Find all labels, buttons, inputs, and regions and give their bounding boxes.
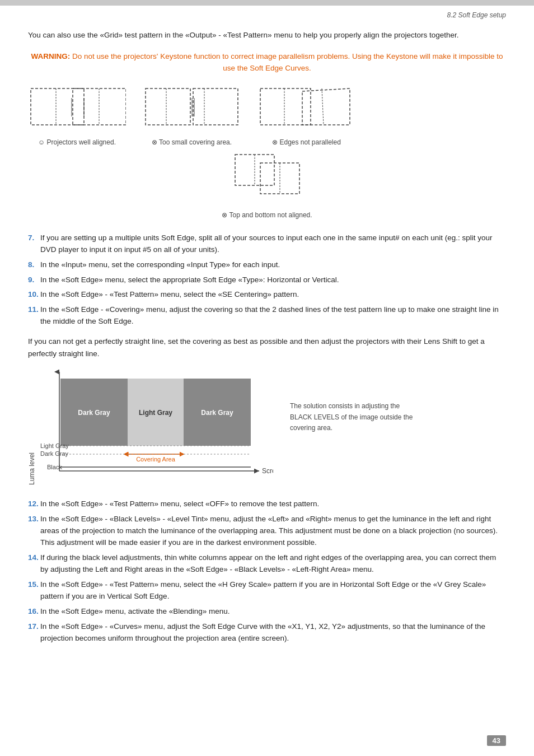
luma-chart-svg: Dark Gray Light Gray Dark Gray Covering … — [38, 367, 273, 485]
luma-desc: The solution consists in adjusting the B… — [290, 367, 419, 433]
step-7: 7. If you are setting up a multiple unit… — [28, 232, 506, 256]
svg-text:Dark Gray: Dark Gray — [40, 450, 69, 457]
step-text-15: In the «Soft Edge» - «Test Pattern» menu… — [40, 579, 506, 603]
diagram-label-4: ⊗ Top and bottom not aligned. — [222, 211, 312, 219]
diagram-label-2: ⊗ Too small covering area. — [152, 138, 232, 146]
step-num-17: 17. — [28, 621, 40, 645]
diagram-svg-2 — [143, 86, 241, 135]
steps-list-2: 12. In the «Soft Edge» - «Test Pattern» … — [28, 498, 506, 644]
page-number: 43 — [487, 735, 506, 746]
diagram-too-small: ⊗ Too small covering area. — [143, 86, 241, 146]
page-header: 8.2 Soft Edge setup — [28, 11, 506, 19]
svg-rect-6 — [146, 88, 190, 125]
svg-line-15 — [322, 88, 324, 125]
page: 8.2 Soft Edge setup You can also use the… — [0, 0, 534, 756]
step-text-11: In the «Soft Edge - «Covering» menu, adj… — [40, 304, 506, 328]
step-12: 12. In the «Soft Edge» - «Test Pattern» … — [28, 498, 506, 510]
step-text-13b: This adjustment will be made easier if y… — [28, 537, 506, 549]
svg-text:Light Gray: Light Gray — [139, 409, 172, 417]
svg-text:Dark Gray: Dark Gray — [78, 409, 110, 417]
step-17: 17. In the «Soft Edge» - «Curves» menu, … — [28, 621, 506, 645]
warning-text: Do not use the projectors' Keystone func… — [72, 52, 503, 73]
step-10: 10. In the «Soft Edge» - «Test Pattern» … — [28, 289, 506, 301]
step-text-16: In the «Soft Edge» menu, activate the «B… — [40, 606, 229, 618]
step-11: 11. In the «Soft Edge - «Covering» menu,… — [28, 304, 506, 328]
diagrams-row-2: ⊗ Top and bottom not aligned. — [28, 152, 506, 219]
luma-section: Luma level Dark Gray Light Gray Dark Gra… — [28, 367, 506, 485]
step-15: 15. In the «Soft Edge» - «Test Pattern» … — [28, 579, 506, 603]
step-num-10: 10. — [28, 289, 40, 301]
step-16: 16. In the «Soft Edge» menu, activate th… — [28, 606, 506, 618]
step-num-9: 9. — [28, 274, 40, 286]
diagrams-row-1: ☺ Projectors well aligned. ⊗ Too small c… — [28, 86, 506, 146]
diagram-svg-1 — [28, 86, 126, 135]
diagram-label-1: ☺ Projectors well aligned. — [38, 138, 116, 146]
diagram-svg-4 — [218, 152, 316, 208]
step-14: 14. If during the black level adjustment… — [28, 552, 506, 576]
step-text-12: In the «Soft Edge» - «Test Pattern» menu… — [40, 498, 319, 510]
svg-text:Screen: Screen — [262, 467, 273, 475]
diagram-not-aligned: ⊗ Top and bottom not aligned. — [218, 152, 316, 219]
diagram-not-paralleled: ⊗ Edges not paralleled — [257, 86, 355, 146]
svg-text:Black: Black — [47, 464, 62, 470]
step-text-13: In the «Soft Edge» - «Black Levels» - «L… — [40, 514, 506, 537]
step-text-7: If you are setting up a multiple units S… — [40, 232, 506, 256]
chart-desc-text: The solution consists in adjusting the B… — [290, 402, 413, 431]
svg-marker-14 — [302, 88, 350, 125]
warning-label: WARNING: — [31, 52, 71, 60]
step-num-7: 7. — [28, 232, 40, 256]
y-axis-label: Luma level — [28, 407, 36, 485]
step-text-9: In the «Soft Edge» menu, select the appr… — [40, 274, 339, 286]
step-8: 8. In the «Input» menu, set the correspo… — [28, 259, 506, 271]
top-bar — [0, 0, 534, 6]
step-text-8: In the «Input» menu, set the correspondi… — [40, 259, 280, 271]
para-text-1: If you can not get a perfectly straight … — [28, 335, 506, 360]
svg-text:Covering Area: Covering Area — [136, 456, 176, 463]
step-num-16: 16. — [28, 606, 40, 618]
step-text-10: In the «Soft Edge» - «Test Pattern» menu… — [40, 289, 299, 301]
luma-chart-wrapper: Luma level Dark Gray Light Gray Dark Gra… — [28, 367, 273, 485]
step-13: 13. In the «Soft Edge» - «Black Levels» … — [28, 514, 506, 549]
diagram-well-aligned: ☺ Projectors well aligned. — [28, 86, 126, 146]
svg-text:Light Gray: Light Gray — [40, 442, 69, 449]
step-text-14: If during the black level adjustments, t… — [40, 552, 506, 576]
diagram-svg-3 — [257, 86, 355, 135]
step-num-15: 15. — [28, 579, 40, 603]
step-num-11: 11. — [28, 304, 40, 328]
svg-rect-0 — [31, 88, 84, 125]
step-text-17: In the «Soft Edge» - «Curves» menu, adju… — [40, 621, 506, 645]
svg-rect-12 — [260, 88, 311, 125]
step-num-14: 14. — [28, 552, 40, 576]
steps-list-1: 7. If you are setting up a multiple unit… — [28, 232, 506, 328]
step-9: 9. In the «Soft Edge» menu, select the a… — [28, 274, 506, 286]
step-num-8: 8. — [28, 259, 40, 271]
svg-text:Dark Gray: Dark Gray — [201, 409, 233, 417]
warning-box: WARNING: Do not use the projectors' Keys… — [28, 50, 506, 74]
diagram-label-3: ⊗ Edges not paralleled — [272, 138, 341, 146]
intro-text: You can also use the «Grid» test pattern… — [28, 29, 506, 41]
svg-rect-8 — [193, 88, 238, 125]
step-num-12: 12. — [28, 498, 40, 510]
section-title: 8.2 Soft Edge setup — [447, 11, 506, 19]
step-num-13: 13. — [28, 514, 40, 537]
